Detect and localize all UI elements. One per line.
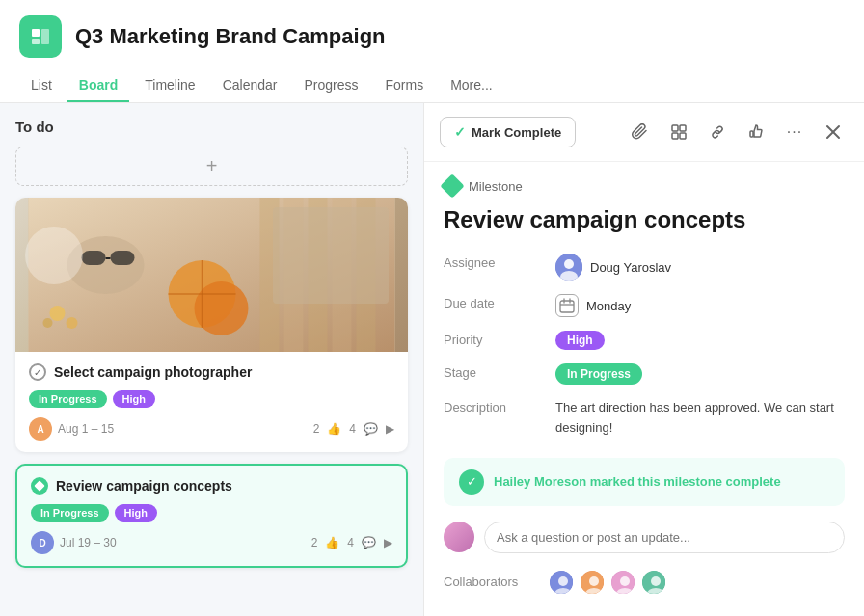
detail-panel: ✓ Mark Complete <box>424 103 864 616</box>
svg-rect-23 <box>672 133 678 139</box>
svg-rect-24 <box>680 133 686 139</box>
due-date-label: Due date <box>444 294 540 310</box>
detail-body: Milestone Review campaign concepts Assig… <box>424 162 864 616</box>
board-panel: To do + <box>0 103 424 616</box>
collaborators-row: Collaborators <box>444 569 845 596</box>
column-title: To do <box>15 119 408 135</box>
likes-count-1: 2 <box>313 422 320 436</box>
stage-value: In Progress <box>555 363 642 385</box>
collaborator-avatar-3 <box>609 569 636 596</box>
description-value: The art direction has been approved. We … <box>555 398 845 439</box>
comments-count-2: 4 <box>347 536 354 549</box>
calendar-icon <box>555 294 579 317</box>
app-icon <box>19 15 62 58</box>
card-stats-1: 2 👍 4 💬 ▶ <box>313 422 394 436</box>
milestone-completed-banner: ✓ Hailey Moreson marked this milestone c… <box>444 458 845 506</box>
card-meta-2: D Jul 19 – 30 <box>31 531 117 554</box>
svg-rect-25 <box>750 131 753 137</box>
tab-calendar[interactable]: Calendar <box>211 69 289 102</box>
assignee-value: Doug Yaroslav <box>555 254 671 281</box>
card-date-1: Aug 1 – 15 <box>58 422 114 436</box>
tab-board[interactable]: Board <box>68 69 129 102</box>
assignee-row: Assignee Doug Yaroslav <box>444 254 845 281</box>
grid-icon[interactable] <box>663 117 694 147</box>
card-review-concepts[interactable]: Review campaign concepts In Progress Hig… <box>15 464 408 568</box>
svg-point-42 <box>620 576 630 586</box>
svg-point-29 <box>564 259 574 269</box>
detail-toolbar: ✓ Mark Complete <box>424 103 864 162</box>
main-content: To do + <box>0 103 864 616</box>
priority-badge-2: High <box>115 504 157 522</box>
check-mark: ✓ <box>454 124 466 140</box>
svg-rect-16 <box>333 198 352 352</box>
milestone-complete-check-icon: ✓ <box>459 469 484 495</box>
mark-complete-button[interactable]: ✓ Mark Complete <box>440 117 576 147</box>
svg-point-18 <box>50 306 66 321</box>
card-title-2: Review campaign concepts <box>56 478 232 494</box>
add-card-button[interactable]: + <box>15 147 408 186</box>
more-icon[interactable]: ··· <box>779 117 810 147</box>
priority-badge-1: High <box>113 390 155 408</box>
milestone-diamond-icon <box>440 174 464 198</box>
badge-row-1: In Progress High <box>29 390 394 408</box>
likes-count-2: 2 <box>311 536 318 549</box>
thumbsup-icon[interactable] <box>741 117 771 147</box>
collaborator-avatar-2 <box>579 569 606 596</box>
card-select-photographer[interactable]: ✓ Select campaign photographer In Progre… <box>15 198 408 452</box>
comments-icon-1: 💬 <box>364 422 378 436</box>
card-stats-2: 2 👍 4 💬 ▶ <box>311 536 392 549</box>
card-title-row-1: ✓ Select campaign photographer <box>29 363 394 381</box>
comment-input[interactable] <box>484 522 845 553</box>
svg-rect-7 <box>111 251 135 265</box>
svg-rect-6 <box>82 251 106 265</box>
comment-row <box>444 522 845 553</box>
svg-rect-13 <box>260 198 280 352</box>
description-label: Description <box>444 398 540 415</box>
due-date: Monday <box>586 299 631 313</box>
priority-badge-detail: High <box>555 331 605 350</box>
collaborator-avatar-1 <box>548 569 575 596</box>
badge-row-2: In Progress High <box>31 504 392 522</box>
mark-complete-label: Mark Complete <box>472 125 561 140</box>
stage-badge-1: In Progress <box>29 390 107 408</box>
app-container: Q3 Marketing Brand Campaign List Board T… <box>0 0 864 616</box>
attachment-icon[interactable] <box>625 117 656 147</box>
expand-icon-1: ▶ <box>386 422 394 436</box>
collaborators-avatars <box>548 569 667 596</box>
close-icon[interactable] <box>818 117 849 147</box>
comments-count-1: 4 <box>349 422 356 436</box>
due-date-value: Monday <box>555 294 631 317</box>
assignee-label: Assignee <box>444 254 540 270</box>
svg-rect-14 <box>284 198 304 352</box>
priority-label: Priority <box>444 331 540 347</box>
priority-value: High <box>555 331 605 350</box>
card-image <box>15 198 408 352</box>
svg-point-36 <box>558 576 568 586</box>
nav-tabs: List Board Timeline Calendar Progress Fo… <box>19 69 845 102</box>
svg-rect-21 <box>672 125 678 131</box>
detail-fields: Assignee Doug Yaroslav <box>444 254 845 439</box>
tab-list[interactable]: List <box>19 69 64 102</box>
tab-timeline[interactable]: Timeline <box>133 69 206 102</box>
card-title-1: Select campaign photographer <box>54 364 252 380</box>
svg-rect-2 <box>41 29 49 44</box>
description-row: Description The art direction has been a… <box>444 398 845 439</box>
description-text: The art direction has been approved. We … <box>555 398 845 439</box>
card-meta-1: A Aug 1 – 15 <box>29 417 114 441</box>
stage-label: Stage <box>444 363 540 380</box>
link-icon[interactable] <box>702 117 733 147</box>
diamond-small <box>31 477 48 495</box>
svg-rect-22 <box>680 125 686 131</box>
tab-more[interactable]: More... <box>439 69 504 102</box>
detail-title: Review campaign concepts <box>444 204 845 234</box>
card-avatar-1: A <box>29 417 52 441</box>
tab-progress[interactable]: Progress <box>292 69 369 102</box>
expand-icon-2: ▶ <box>384 536 392 549</box>
commenter-avatar <box>444 522 474 552</box>
svg-rect-15 <box>309 198 328 352</box>
milestone-completed-text: Hailey Moreson marked this milestone com… <box>494 474 781 489</box>
due-date-row: Due date Monday <box>444 294 845 317</box>
svg-point-20 <box>43 318 53 328</box>
tab-forms[interactable]: Forms <box>374 69 436 102</box>
assignee-name: Doug Yaroslav <box>590 260 671 275</box>
